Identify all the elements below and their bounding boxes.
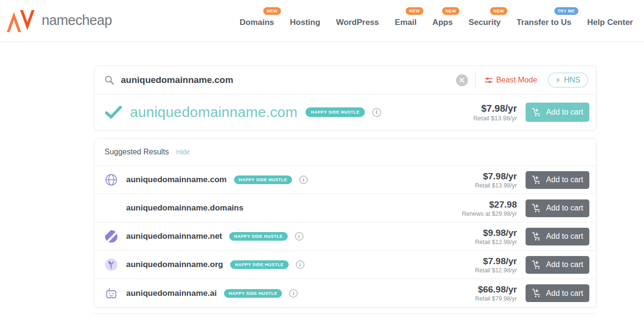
try-me-badge: TRY ME <box>554 7 578 15</box>
suggested-domain-name: auniquedomainname.com <box>126 175 227 185</box>
suggested-domain-name: auniquedomainname.domains <box>126 203 244 213</box>
retail-price: Retail $13.98/yr <box>473 115 517 122</box>
domain-search-input[interactable] <box>121 75 456 85</box>
retail-price: Retail $12.98/yr <box>475 239 517 245</box>
add-to-cart-label: Add to cart <box>546 289 583 298</box>
nav-email[interactable]: NEW Email <box>395 15 416 27</box>
hns-label: HNS <box>564 76 580 84</box>
price: $66.98/yr <box>475 284 517 295</box>
price: $27.98 <box>462 199 517 210</box>
price-block: $7.98/yr Retail $13.98/yr <box>475 171 517 189</box>
nav-label: WordPress <box>336 18 379 27</box>
suggested-domain-name: auniquedomainname.org <box>126 260 223 269</box>
suggested-results-title: Suggested Results <box>105 148 169 156</box>
nav-transfer-to-us[interactable]: TRY ME Transfer to Us <box>516 15 571 27</box>
price: $7.98/yr <box>473 103 517 114</box>
renewal-price: Renews at $29.98/yr <box>462 210 517 217</box>
suggested-row-net: auniquedomainname.net HAPPY SIDE HUSTLE … <box>94 222 596 251</box>
sliders-icon <box>485 77 492 83</box>
available-check-icon <box>105 106 122 119</box>
add-to-cart-button[interactable]: Add to cart <box>526 256 589 274</box>
hns-button[interactable]: HNS <box>548 72 588 88</box>
nav-label: Security <box>468 18 501 27</box>
price-block: $27.98 Renews at $29.98/yr <box>462 199 517 217</box>
retail-price: Retail $79.98/yr <box>475 295 517 302</box>
nav-label: Help Center <box>587 18 633 27</box>
price: $7.98/yr <box>475 256 517 267</box>
cart-plus-icon <box>532 175 542 185</box>
beast-mode-toggle[interactable]: Beast Mode <box>485 76 537 84</box>
nav-apps[interactable]: NEW Apps <box>433 15 453 27</box>
search-icon <box>104 75 115 85</box>
domain-search-bar: Beast Mode HNS <box>94 66 596 94</box>
main-nav: NEW Domains Hosting WordPress NEW Email … <box>240 15 633 27</box>
nav-domains[interactable]: NEW Domains <box>240 15 274 27</box>
price-block: $66.98/yr Retail $79.98/yr <box>475 284 517 302</box>
divider <box>475 71 476 89</box>
suggested-row-ai: auniquedomainname.ai HAPPY SIDE HUSTLE i… <box>94 279 596 307</box>
info-icon[interactable]: i <box>372 108 381 117</box>
suggested-row-com: auniquedomainname.com HAPPY SIDE HUSTLE … <box>94 166 596 194</box>
add-to-cart-button[interactable]: Add to cart <box>526 199 589 217</box>
nav-label: Transfer to Us <box>516 18 571 27</box>
add-to-cart-button[interactable]: Add to cart <box>526 284 589 302</box>
add-to-cart-label: Add to cart <box>546 260 583 269</box>
icon-placeholder <box>105 201 118 215</box>
suggested-row-domains: auniquedomainname.domains $27.98 Renews … <box>94 194 596 222</box>
namecheap-domain-search-page: namecheap NEW Domains Hosting WordPress … <box>0 0 644 315</box>
new-badge: NEW <box>406 7 423 15</box>
add-to-cart-button[interactable]: Add to cart <box>526 171 589 189</box>
primary-result-row: auniquedomainname.com HAPPY SIDE HUSTLE … <box>94 94 596 130</box>
happy-side-hustle-badge: HAPPY SIDE HUSTLE <box>305 107 364 117</box>
suggested-domain-name: auniquedomainname.ai <box>126 289 217 298</box>
nav-help-center[interactable]: Help Center <box>587 15 633 27</box>
info-icon[interactable]: i <box>295 232 304 241</box>
suggested-domain-name: auniquedomainname.net <box>126 232 222 241</box>
add-to-cart-label: Add to cart <box>546 232 583 241</box>
primary-price-block: $7.98/yr Retail $13.98/yr <box>473 103 517 122</box>
happy-side-hustle-badge: HAPPY SIDE HUSTLE <box>230 260 288 269</box>
close-icon <box>459 78 464 82</box>
price: $7.98/yr <box>475 171 517 182</box>
clear-search-button[interactable] <box>456 74 468 86</box>
add-to-cart-label: Add to cart <box>546 175 583 184</box>
add-to-cart-label: Add to cart <box>546 204 583 212</box>
add-to-cart-button[interactable]: Add to cart <box>526 228 589 245</box>
new-badge: NEW <box>442 7 459 15</box>
nav-label: Domains <box>240 18 274 27</box>
beast-mode-label: Beast Mode <box>496 76 537 84</box>
nav-security[interactable]: NEW Security <box>468 15 501 27</box>
new-badge: NEW <box>490 7 507 15</box>
cart-plus-icon <box>532 232 542 241</box>
suggested-results-card: Suggested Results Hide auniquedomainname… <box>94 138 597 308</box>
suggested-results-header: Suggested Results Hide <box>94 139 596 166</box>
globe-icon <box>105 173 118 187</box>
add-to-cart-button[interactable]: Add to cart <box>526 103 589 122</box>
info-icon[interactable]: i <box>289 289 298 298</box>
price-block: $7.98/yr Retail $12.98/yr <box>475 256 517 274</box>
net-tld-icon <box>105 230 118 243</box>
nav-label: Apps <box>433 18 453 27</box>
nav-label: Email <box>395 18 416 27</box>
cart-plus-icon <box>532 204 542 213</box>
cart-plus-icon <box>532 108 542 117</box>
primary-domain-name: auniquedomainname.com <box>130 104 297 120</box>
nav-hosting[interactable]: Hosting <box>290 15 320 27</box>
info-icon[interactable]: i <box>296 260 304 269</box>
cart-plus-icon <box>532 260 542 269</box>
nav-wordpress[interactable]: WordPress <box>336 15 379 27</box>
new-badge: NEW <box>263 7 281 15</box>
happy-side-hustle-badge: HAPPY SIDE HUSTLE <box>234 175 292 184</box>
price: $9.98/yr <box>475 228 517 238</box>
org-tld-icon <box>105 258 118 271</box>
hide-link[interactable]: Hide <box>176 148 190 156</box>
add-to-cart-label: Add to cart <box>546 108 583 117</box>
ai-robot-icon <box>105 287 118 300</box>
retail-price: Retail $13.98/yr <box>475 182 517 189</box>
info-icon[interactable]: i <box>299 175 308 184</box>
namecheap-logo[interactable]: namecheap <box>7 10 112 32</box>
search-results-area: Beast Mode HNS auniquedomainname.com HAP… <box>94 66 597 315</box>
logo-text: namecheap <box>42 12 112 28</box>
namecheap-logo-icon <box>7 10 35 32</box>
search-card: Beast Mode HNS auniquedomainname.com HAP… <box>94 66 597 130</box>
